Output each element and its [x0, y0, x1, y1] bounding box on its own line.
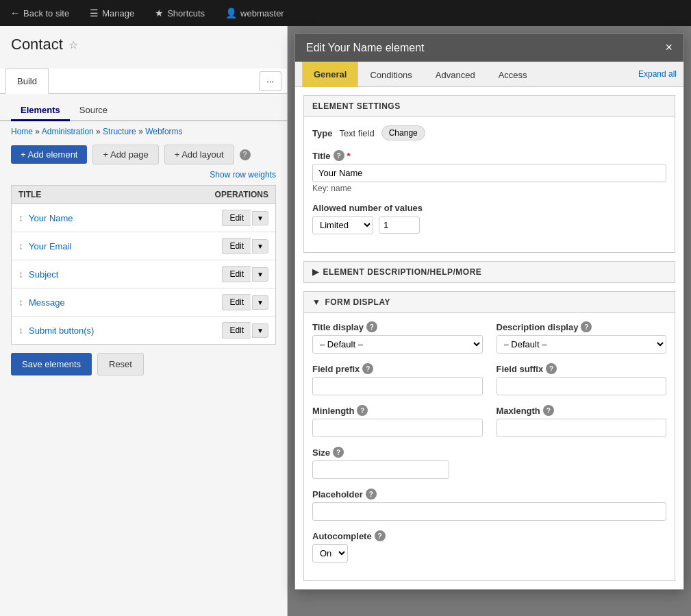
- build-tabs-bar: Build ···: [0, 69, 287, 94]
- table-row: ↕ Subject Edit ▼: [12, 260, 275, 288]
- field-suffix-col: Field suffix ?: [497, 363, 667, 395]
- dropdown-subject-button[interactable]: ▼: [252, 267, 268, 282]
- tab-access[interactable]: Access: [487, 62, 539, 87]
- sub-tabs-bar: Elements Source: [0, 94, 287, 121]
- edit-your-name-button[interactable]: Edit: [222, 210, 251, 226]
- add-element-button[interactable]: + Add element: [11, 145, 87, 164]
- element-settings-section: ELEMENT SETTINGS Type Text field Change …: [303, 95, 675, 253]
- field-suffix-input[interactable]: [497, 377, 667, 395]
- edit-submit-button[interactable]: Edit: [222, 322, 251, 338]
- drag-handle-icon[interactable]: ↕: [18, 241, 23, 251]
- row-ops: Edit ▼: [222, 210, 268, 226]
- tab-advanced[interactable]: Advanced: [424, 62, 487, 87]
- table-row: ↕ Your Name Edit ▼: [12, 204, 275, 232]
- form-display-header[interactable]: ▼ FORM DISPLAY: [304, 292, 675, 313]
- tab-source[interactable]: Source: [70, 101, 117, 121]
- element-settings-header: ELEMENT SETTINGS: [304, 96, 675, 117]
- placeholder-input[interactable]: [312, 502, 666, 521]
- element-your-email[interactable]: Your Email: [29, 241, 222, 251]
- title-input[interactable]: [312, 164, 666, 182]
- edit-your-email-button[interactable]: Edit: [222, 238, 251, 254]
- breadcrumb-structure[interactable]: Structure: [103, 127, 136, 136]
- element-your-name[interactable]: Your Name: [29, 213, 222, 223]
- shortcuts-menu[interactable]: ★ Shortcuts: [151, 8, 208, 19]
- dropdown-submit-button[interactable]: ▼: [252, 323, 268, 338]
- dropdown-message-button[interactable]: ▼: [252, 295, 268, 310]
- field-prefix-input[interactable]: [312, 377, 483, 395]
- add-page-button[interactable]: + Add page: [92, 145, 158, 164]
- size-label: Size ?: [312, 447, 666, 458]
- left-panel: Contact ☆ Build ··· Elements Source Home…: [0, 26, 288, 616]
- element-description-header[interactable]: ▶ ELEMENT DESCRIPTION/HELP/MORE: [304, 262, 675, 282]
- menu-icon: ☰: [90, 8, 99, 19]
- tab-general[interactable]: General: [302, 62, 358, 87]
- breadcrumb-webforms[interactable]: Webforms: [145, 127, 182, 136]
- edit-subject-button[interactable]: Edit: [222, 266, 251, 282]
- tab-elements[interactable]: Elements: [11, 101, 70, 121]
- dropdown-your-email-button[interactable]: ▼: [252, 239, 268, 254]
- breadcrumb-home[interactable]: Home: [11, 127, 33, 136]
- title-display-select[interactable]: – Default – Label Hidden None: [312, 335, 483, 354]
- back-arrow-icon: ←: [10, 8, 20, 19]
- user-menu[interactable]: 👤 webmaster: [222, 8, 288, 19]
- help-icon[interactable]: ?: [240, 149, 251, 160]
- allowed-values-label: Allowed number of values: [312, 203, 666, 213]
- minlength-help-icon[interactable]: ?: [357, 405, 368, 416]
- drag-handle-icon[interactable]: ↕: [18, 212, 23, 223]
- tab-conditions[interactable]: Conditions: [358, 62, 423, 87]
- placeholder-help-icon[interactable]: ?: [366, 489, 377, 500]
- drag-handle-icon[interactable]: ↕: [18, 325, 23, 336]
- row-ops: Edit ▼: [222, 294, 268, 310]
- manage-menu[interactable]: ☰ Manage: [86, 8, 138, 19]
- more-options-button[interactable]: ···: [259, 71, 281, 91]
- autocomplete-select[interactable]: On Off: [312, 544, 348, 563]
- prefix-help-icon[interactable]: ?: [362, 363, 373, 374]
- favorite-icon[interactable]: ☆: [68, 38, 78, 51]
- dialog-close-button[interactable]: ×: [665, 40, 673, 55]
- maxlength-input[interactable]: [497, 419, 667, 437]
- desc-display-select[interactable]: – Default – Before After Tooltip: [497, 335, 667, 354]
- edit-dialog: Edit Your Name element × General Conditi…: [294, 33, 684, 590]
- desc-display-help-icon[interactable]: ?: [581, 321, 592, 332]
- topbar: ← Back to site ☰ Manage ★ Shortcuts 👤 we…: [0, 0, 691, 26]
- save-elements-button[interactable]: Save elements: [11, 353, 92, 375]
- change-type-button[interactable]: Change: [381, 125, 425, 140]
- show-row-weights-link[interactable]: Show row weights: [210, 170, 276, 180]
- size-help-icon[interactable]: ?: [333, 447, 344, 458]
- drag-handle-icon[interactable]: ↕: [18, 297, 23, 308]
- type-value: Text field: [339, 128, 374, 138]
- minlength-input[interactable]: [312, 419, 483, 437]
- title-help-icon[interactable]: ?: [334, 150, 344, 161]
- values-number-input[interactable]: [379, 217, 420, 234]
- element-submit-buttons[interactable]: Submit button(s): [29, 325, 222, 336]
- dialog-header: Edit Your Name element ×: [295, 34, 683, 62]
- autocomplete-help-icon[interactable]: ?: [375, 530, 386, 541]
- element-subject[interactable]: Subject: [29, 269, 222, 280]
- values-row-controls: Limited Unlimited: [312, 216, 666, 234]
- edit-message-button[interactable]: Edit: [222, 294, 251, 310]
- element-message[interactable]: Message: [29, 297, 222, 308]
- maxlength-help-icon[interactable]: ?: [543, 405, 554, 416]
- add-layout-button[interactable]: + Add layout: [164, 145, 234, 164]
- back-to-site[interactable]: ← Back to site: [7, 8, 73, 19]
- dropdown-your-name-button[interactable]: ▼: [252, 211, 268, 225]
- breadcrumb-administration[interactable]: Administration: [42, 127, 94, 136]
- expand-all-link[interactable]: Expand all: [638, 69, 677, 79]
- values-limit-select[interactable]: Limited Unlimited: [312, 216, 373, 234]
- allowed-values-row: Allowed number of values Limited Unlimit…: [312, 203, 666, 234]
- element-description-section: ▶ ELEMENT DESCRIPTION/HELP/MORE: [303, 261, 675, 283]
- drag-handle-icon[interactable]: ↕: [18, 269, 23, 280]
- prefix-suffix-row: Field prefix ? Field suffix ?: [312, 363, 666, 395]
- title-display-help-icon[interactable]: ?: [366, 321, 377, 332]
- col-title-header: TITLE: [18, 190, 186, 199]
- breadcrumb: Home » Administration » Structure » Webf…: [0, 121, 287, 142]
- tab-build[interactable]: Build: [5, 69, 49, 94]
- page-title: Contact: [11, 36, 63, 53]
- reset-button[interactable]: Reset: [97, 353, 144, 375]
- placeholder-row: Placeholder ?: [312, 489, 666, 521]
- table-header: TITLE OPERATIONS: [12, 186, 275, 204]
- title-field-row: Title ? * Key: name: [312, 150, 666, 193]
- suffix-help-icon[interactable]: ?: [546, 363, 557, 374]
- table-row: ↕ Message Edit ▼: [12, 288, 275, 317]
- size-input[interactable]: [312, 460, 449, 479]
